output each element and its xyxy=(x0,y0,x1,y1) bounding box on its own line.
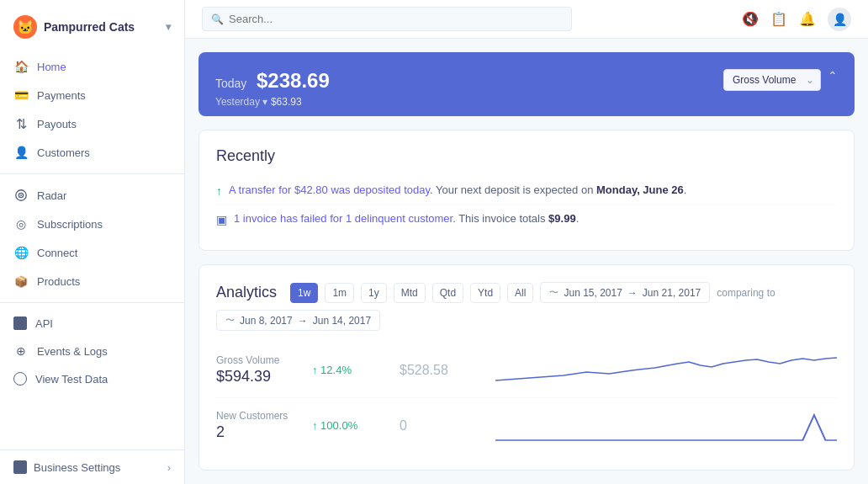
time-btn-all[interactable]: All xyxy=(507,283,533,303)
payments-icon: 💳 xyxy=(13,88,29,103)
topbar-actions: 🔇 📋 🔔 👤 xyxy=(742,8,851,31)
business-settings-link[interactable]: Business Settings › xyxy=(0,449,184,484)
main-content: 🔍 🔇 📋 🔔 👤 Today $238.69 Yesterday ▾ xyxy=(185,0,868,484)
new-customers-label: New Customers xyxy=(216,410,292,422)
sidebar-item-subscriptions[interactable]: ◎ Subscriptions xyxy=(0,210,184,238)
time-btn-qtd[interactable]: Qtd xyxy=(432,283,463,303)
events-icon: ⊕ xyxy=(13,343,29,359)
sidebar-item-events-logs[interactable]: ⊕ Events & Logs xyxy=(0,337,184,365)
connect-icon: 🌐 xyxy=(13,245,29,260)
topbar: 🔍 🔇 📋 🔔 👤 xyxy=(185,0,868,39)
gross-volume-metric: Gross Volume $594.39 xyxy=(216,354,292,386)
analytics-gross-volume-row: Gross Volume $594.39 ↑ 12.4% $528.58 xyxy=(216,343,837,398)
new-customers-mini-chart xyxy=(495,411,837,441)
analytics-new-customers-row: New Customers 2 ↑ 100.0% 0 xyxy=(216,398,837,453)
time-btn-1y[interactable]: 1y xyxy=(361,283,387,303)
time-btn-mtd[interactable]: Mtd xyxy=(394,283,426,303)
comparing-label: comparing to xyxy=(717,287,775,299)
gross-volume-change: ↑ 12.4% xyxy=(312,364,379,376)
new-customers-compare: 0 xyxy=(400,418,475,433)
sidebar-item-label: Customers xyxy=(37,146,90,159)
yesterday-dropdown[interactable]: Yesterday ▾ xyxy=(215,96,267,108)
new-customers-change-value: ↑ 100.0% xyxy=(312,419,379,432)
sidebar-item-label: Radar xyxy=(37,189,66,202)
products-icon: 📦 xyxy=(13,274,29,289)
yesterday-amount: $63.93 xyxy=(271,96,302,108)
chart-controls: Gross Volume ⌃ xyxy=(723,69,838,91)
deposit-link[interactable]: A transfer for $42.80 was deposited toda… xyxy=(229,183,430,196)
svg-point-2 xyxy=(20,194,22,196)
sidebar-item-label: Events & Logs xyxy=(37,345,108,358)
new-customers-metric: New Customers 2 xyxy=(216,410,292,441)
recent-invoice-item: ▣ 1 invoice has failed for 1 delinquent … xyxy=(216,205,837,233)
metric-select[interactable]: Gross Volume xyxy=(723,69,821,91)
date-range-picker[interactable]: 〜 Jun 15, 2017 → Jun 21, 2017 xyxy=(540,282,710,303)
gross-volume-mini-chart xyxy=(495,355,837,386)
customers-icon: 👤 xyxy=(13,145,29,160)
api-icon xyxy=(13,316,27,330)
nav-menu: 🏠 Home 💳 Payments ⇅ Payouts 👤 Customers … xyxy=(0,52,184,449)
time-btn-1m[interactable]: 1m xyxy=(325,283,354,303)
deposit-icon: ↑ xyxy=(216,184,222,198)
sidebar-item-api[interactable]: API xyxy=(0,310,184,337)
sidebar-item-label: API xyxy=(35,317,53,330)
search-input[interactable] xyxy=(229,13,563,25)
sidebar-item-label: Connect xyxy=(37,247,77,259)
chart-header: Today $238.69 Yesterday ▾ $63.93 Gross V… xyxy=(215,69,838,108)
deposit-text: A transfer for $42.80 was deposited toda… xyxy=(229,183,686,196)
recently-card: Recently ↑ A transfer for $42.80 was dep… xyxy=(198,130,855,251)
nav-section-3: API ⊕ Events & Logs View Test Data xyxy=(0,302,184,392)
app-dropdown-icon[interactable]: ▾ xyxy=(166,21,171,33)
home-icon: 🏠 xyxy=(13,59,29,74)
invoice-bold: $9.99 xyxy=(548,212,576,225)
date-range-arrow: → xyxy=(627,287,638,299)
sidebar-item-label: Payments xyxy=(37,89,86,102)
recent-deposit-item: ↑ A transfer for $42.80 was deposited to… xyxy=(216,177,837,205)
app-logo[interactable]: 🐱 Pampurred Cats ▾ xyxy=(0,7,184,52)
sidebar-item-home[interactable]: 🏠 Home xyxy=(0,52,184,81)
search-box[interactable]: 🔍 xyxy=(202,7,572,31)
chevron-right-icon: › xyxy=(167,461,171,474)
chart-title-area: Today $238.69 Yesterday ▾ $63.93 xyxy=(215,69,330,108)
new-customers-change: ↑ 100.0% xyxy=(312,419,379,432)
business-settings-label: Business Settings xyxy=(34,461,120,474)
sidebar-item-customers[interactable]: 👤 Customers xyxy=(0,138,184,167)
compare-arrow: → xyxy=(298,315,308,327)
app-name: Pampurred Cats xyxy=(44,20,135,34)
sidebar-item-connect[interactable]: 🌐 Connect xyxy=(0,238,184,267)
user-avatar[interactable]: 👤 xyxy=(828,8,851,31)
date-range-end: Jun 21, 2017 xyxy=(643,287,701,299)
metric-select-wrapper[interactable]: Gross Volume xyxy=(723,69,821,91)
chart-collapse-icon[interactable]: ⌃ xyxy=(828,69,838,82)
payouts-icon: ⇅ xyxy=(13,116,29,131)
sidebar-item-payouts[interactable]: ⇅ Payouts xyxy=(0,109,184,138)
logo-icon: 🐱 xyxy=(13,15,37,39)
subscriptions-icon: ◎ xyxy=(13,216,29,231)
speaker-icon[interactable]: 🔇 xyxy=(742,11,759,27)
time-btn-1w[interactable]: 1w xyxy=(290,283,318,303)
invoice-link[interactable]: 1 invoice has failed for 1 delinquent cu… xyxy=(234,212,453,225)
sidebar-item-radar[interactable]: Radar xyxy=(0,181,184,210)
compare-date-range-picker[interactable]: 〜 Jun 8, 2017 → Jun 14, 2017 xyxy=(216,310,380,331)
sidebar-item-view-test-data[interactable]: View Test Data xyxy=(0,365,184,392)
sidebar-item-label: View Test Data xyxy=(35,373,108,386)
sidebar-item-label: Home xyxy=(37,61,66,73)
compare-end: Jun 14, 2017 xyxy=(313,315,371,327)
analytics-card: Analytics 1w 1m 1y Mtd Qtd Ytd All 〜 Jun… xyxy=(198,264,855,471)
bell-icon[interactable]: 🔔 xyxy=(799,11,816,27)
compare-start: Jun 8, 2017 xyxy=(240,315,293,327)
sidebar-item-payments[interactable]: 💳 Payments xyxy=(0,81,184,109)
gross-volume-compare: $528.58 xyxy=(400,363,475,378)
yesterday-chevron-icon: ▾ xyxy=(262,96,267,108)
business-settings-icon xyxy=(13,460,27,474)
today-label: Today xyxy=(215,77,246,90)
sidebar-item-label: Payouts xyxy=(37,118,77,130)
sidebar: 🐱 Pampurred Cats ▾ 🏠 Home 💳 Payments ⇅ P… xyxy=(0,0,185,484)
gross-volume-label: Gross Volume xyxy=(216,354,292,366)
new-customers-value: 2 xyxy=(216,423,292,441)
new-customers-compare-value: 0 xyxy=(400,418,475,433)
sidebar-item-products[interactable]: 📦 Products xyxy=(0,267,184,295)
bookmark-icon[interactable]: 📋 xyxy=(770,11,787,27)
analytics-title: Analytics xyxy=(216,284,277,301)
time-btn-ytd[interactable]: Ytd xyxy=(470,283,500,303)
